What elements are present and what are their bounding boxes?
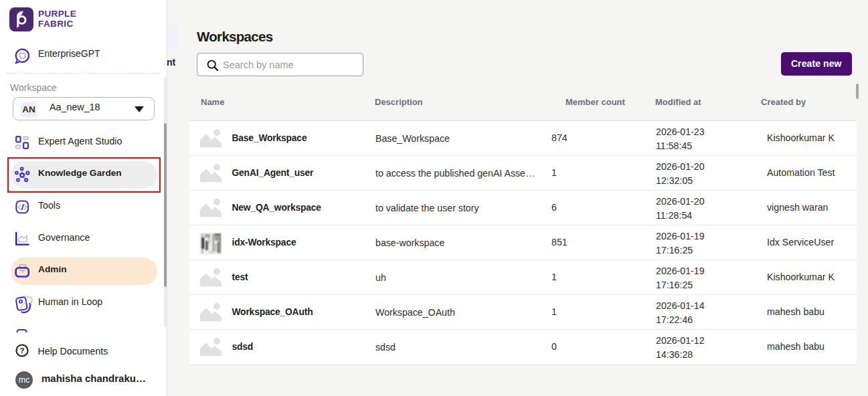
svg-text:?: ? <box>19 346 24 355</box>
